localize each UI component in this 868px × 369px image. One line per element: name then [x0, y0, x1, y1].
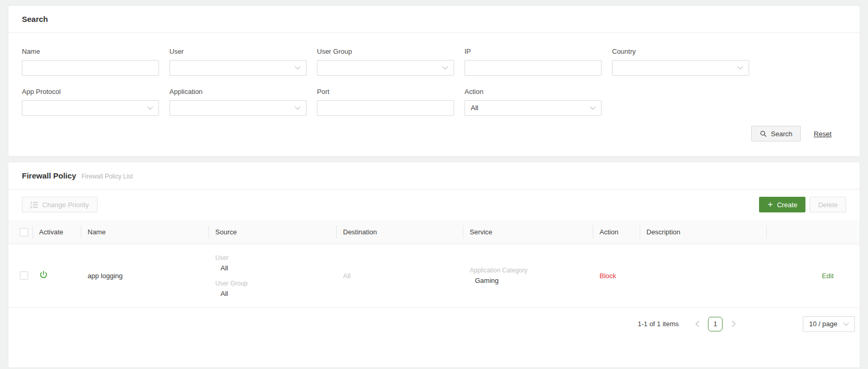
source-group-label: User Group [215, 278, 331, 289]
row-action-cell: Block [593, 244, 640, 307]
firewall-policy-header: Firewall Policy Firewall Policy List [8, 162, 860, 189]
header-description: Description [640, 220, 767, 244]
policy-toolbar: Change Priority + Create Delete [8, 189, 860, 220]
search-form-row-2: App Protocol Application [22, 88, 846, 116]
search-form: Name User User Group [8, 33, 860, 156]
service-label: Application Category [470, 265, 587, 276]
country-select[interactable] [612, 60, 749, 76]
country-label: Country [612, 47, 749, 55]
change-priority-label: Change Priority [42, 201, 89, 209]
field-user: User [169, 47, 307, 76]
row-activate-cell [33, 244, 81, 307]
header-select-all-cell [8, 220, 33, 244]
header-name: Name [81, 220, 209, 244]
page-size-select[interactable]: 10 / page [803, 316, 855, 332]
row-name-cell: app logging [81, 244, 209, 307]
select-all-checkbox[interactable] [20, 228, 28, 236]
row-service-cell: Application Category Gaming [463, 244, 593, 307]
search-icon [760, 130, 767, 137]
field-country: Country [612, 47, 749, 76]
chevron-down-icon [295, 106, 301, 110]
pagination-next-button[interactable] [727, 317, 740, 331]
search-form-row-1: Name User User Group [22, 47, 846, 76]
plus-icon: + [767, 200, 773, 209]
header-activate: Activate [33, 220, 81, 244]
source-user-value: All [215, 263, 331, 273]
application-select[interactable] [169, 100, 307, 116]
chevron-down-icon [147, 106, 153, 110]
field-application: Application [169, 88, 307, 116]
name-input[interactable] [22, 60, 159, 76]
header-destination: Destination [337, 220, 463, 244]
search-footer: Search Reset [22, 126, 846, 141]
chevron-right-icon [731, 320, 736, 327]
search-panel: Search Name User User [8, 5, 860, 157]
action-label: Action [464, 88, 602, 96]
pagination-total: 1-1 of 1 items [638, 320, 679, 328]
header-service: Service [463, 220, 593, 244]
delete-button[interactable]: Delete [810, 197, 846, 212]
row-destination-cell: All [337, 244, 463, 307]
name-label: Name [22, 47, 159, 55]
create-button[interactable]: + Create [759, 197, 805, 212]
user-group-select[interactable] [317, 60, 454, 76]
firewall-policy-title: Firewall Policy [22, 171, 76, 180]
user-label: User [169, 47, 307, 55]
row-source-cell: User All User Group All [209, 244, 337, 307]
port-input[interactable] [317, 100, 454, 116]
toolbar-right: + Create Delete [759, 197, 846, 212]
field-app-protocol: App Protocol [22, 88, 159, 116]
field-port: Port [317, 88, 454, 116]
field-name: Name [22, 47, 159, 76]
row-checkbox[interactable] [20, 271, 28, 280]
application-label: Application [169, 88, 307, 96]
port-label: Port [317, 88, 454, 96]
table-header-row: Activate Name Source Destination Service… [8, 220, 860, 244]
field-ip: IP [464, 47, 602, 76]
search-panel-header: Search [8, 6, 860, 33]
app-protocol-select[interactable] [22, 100, 159, 116]
edit-link[interactable]: Edit [822, 272, 834, 280]
table-row: app logging User All User Group All All [8, 244, 860, 307]
source-group-pair: User Group All [215, 278, 331, 299]
search-button-label: Search [771, 130, 792, 138]
policy-table: Activate Name Source Destination Service… [8, 220, 860, 308]
action-select[interactable]: All [464, 100, 602, 116]
pagination: 1-1 of 1 items 1 10 / page [8, 308, 860, 367]
chevron-down-icon [737, 66, 743, 70]
search-button[interactable]: Search [751, 126, 801, 141]
chevron-down-icon [843, 322, 849, 326]
service-value: Gaming [470, 276, 587, 286]
source-user-label: User [215, 253, 331, 263]
ip-label: IP [464, 47, 602, 55]
chevron-down-icon [442, 66, 448, 70]
change-priority-button[interactable]: Change Priority [22, 197, 97, 212]
create-button-label: Create [777, 201, 797, 209]
row-description-cell [640, 244, 767, 307]
pagination-page-1[interactable]: 1 [708, 317, 723, 331]
header-edit [767, 220, 860, 244]
reset-link[interactable]: Reset [814, 130, 832, 138]
field-action: Action All [464, 88, 602, 116]
firewall-policy-panel: Firewall Policy Firewall Policy List Cha… [8, 162, 860, 368]
action-select-value: All [465, 101, 601, 115]
search-title: Search [22, 15, 48, 23]
pagination-prev-button[interactable] [690, 317, 704, 331]
ip-input[interactable] [464, 60, 602, 76]
header-action: Action [593, 220, 640, 244]
page: Search Name User User [0, 0, 868, 369]
chevron-left-icon [695, 320, 700, 327]
chevron-down-icon [590, 106, 596, 110]
user-select[interactable] [169, 60, 307, 76]
chevron-down-icon [295, 66, 301, 70]
user-group-label: User Group [317, 47, 454, 55]
power-toggle[interactable] [39, 270, 48, 279]
service-pair: Application Category Gaming [470, 265, 587, 286]
header-source: Source [209, 220, 337, 244]
row-select-cell [8, 244, 33, 307]
app-protocol-label: App Protocol [22, 88, 159, 96]
power-icon [39, 270, 48, 279]
ordered-list-icon [30, 201, 38, 209]
firewall-policy-subtitle: Firewall Policy List [81, 173, 133, 180]
source-user-pair: User All [215, 253, 331, 273]
